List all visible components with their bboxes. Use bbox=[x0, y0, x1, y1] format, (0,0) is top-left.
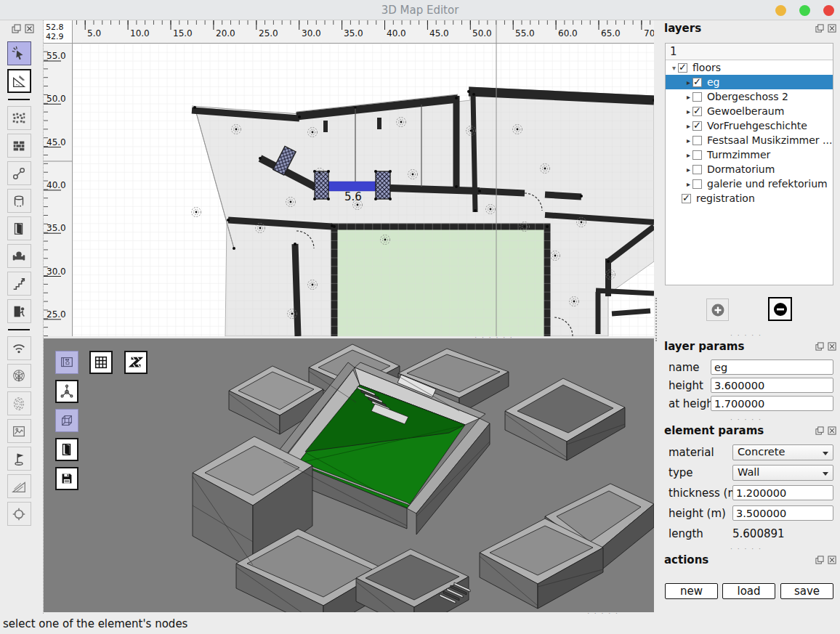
layer-height-field[interactable] bbox=[711, 378, 833, 393]
window-close-button[interactable] bbox=[823, 5, 834, 16]
layer-row-gewoelberaum[interactable]: ▸Gewoelberaum bbox=[666, 104, 833, 118]
expand-arrow-icon[interactable]: ▸ bbox=[684, 78, 692, 86]
select-tool[interactable] bbox=[7, 41, 31, 65]
float-panel-icon[interactable] bbox=[815, 342, 825, 351]
window-maximize-button[interactable] bbox=[799, 5, 810, 16]
entrance-tool[interactable] bbox=[7, 299, 31, 323]
close-panel-icon[interactable] bbox=[828, 342, 837, 351]
image-tool[interactable] bbox=[7, 419, 31, 443]
element-params-controls bbox=[815, 426, 837, 436]
layer-checkbox[interactable] bbox=[678, 63, 687, 73]
layers-tree[interactable]: 1 ▾floors ▸eg ▸Obergeschoss 2 ▸Gewoelber… bbox=[665, 43, 833, 285]
layer-row-obergeschoss-2[interactable]: ▸Obergeschoss 2 bbox=[666, 89, 833, 104]
layer-checkbox[interactable] bbox=[692, 121, 702, 131]
wall-length-label: 5.6 bbox=[344, 190, 362, 203]
layer-row-festsaal[interactable]: ▸Festsaal Musikzimmer ... bbox=[666, 133, 833, 147]
floor-plan-canvas[interactable]: 5.6 bbox=[73, 44, 654, 336]
layer-params-title: layer params bbox=[664, 340, 744, 353]
fingerprint-tool[interactable] bbox=[7, 391, 31, 415]
minus-circle-icon bbox=[773, 302, 788, 317]
load-button[interactable]: load bbox=[722, 583, 775, 599]
layer-checkbox[interactable] bbox=[692, 179, 702, 189]
model-view-3d[interactable] bbox=[44, 338, 654, 614]
layer-row-eg[interactable]: ▸eg bbox=[666, 75, 833, 89]
window-minimize-button[interactable] bbox=[775, 5, 786, 16]
float-dock-icon[interactable] bbox=[12, 24, 21, 33]
svg-text:25.0: 25.0 bbox=[47, 309, 66, 320]
layer-checkbox[interactable] bbox=[692, 150, 702, 160]
layer-name-field[interactable] bbox=[711, 359, 833, 375]
expand-arrow-icon[interactable]: ▸ bbox=[684, 166, 692, 174]
door-view-toggle[interactable] bbox=[55, 438, 78, 461]
close-panel-icon[interactable] bbox=[828, 556, 837, 565]
close-panel-icon[interactable] bbox=[828, 24, 837, 33]
layer-label: galerie und refektorium bbox=[707, 178, 828, 190]
thickness-field[interactable] bbox=[732, 485, 833, 500]
layer-row-turmzimmer[interactable]: ▸Turmzimmer bbox=[666, 147, 833, 162]
texture-tool[interactable] bbox=[7, 106, 31, 130]
new-button[interactable]: new bbox=[665, 583, 718, 599]
layer-row-vorfruehgeschichte[interactable]: ▸VorFruehgeschichte bbox=[666, 118, 833, 133]
cube-icon bbox=[59, 412, 75, 428]
texture-toggle[interactable] bbox=[124, 351, 148, 374]
section-splitter[interactable]: · · · · · bbox=[730, 334, 762, 337]
float-panel-icon[interactable] bbox=[815, 556, 825, 565]
column-tool[interactable] bbox=[7, 189, 31, 213]
expand-arrow-icon[interactable]: ▸ bbox=[684, 137, 692, 145]
section-splitter[interactable]: · · · · · bbox=[730, 548, 762, 550]
material-value: Concrete bbox=[738, 446, 785, 458]
expand-arrow-icon[interactable]: ▸ bbox=[684, 93, 692, 101]
connection-tool[interactable] bbox=[7, 161, 31, 185]
furniture-tool[interactable] bbox=[7, 244, 31, 268]
layer-row-dormatorium[interactable]: ▸Dormatorium bbox=[666, 162, 833, 176]
svg-text:25.0: 25.0 bbox=[259, 28, 278, 38]
close-dock-icon[interactable] bbox=[25, 24, 34, 33]
collapse-arrow-icon[interactable]: ▾ bbox=[670, 64, 678, 72]
layer-checkbox[interactable] bbox=[692, 78, 702, 87]
layer-checkbox[interactable] bbox=[692, 92, 702, 102]
measure-tool[interactable] bbox=[7, 69, 31, 93]
layer-checkbox[interactable] bbox=[692, 136, 702, 145]
actions-title: actions bbox=[664, 553, 708, 566]
wireframe-toggle[interactable] bbox=[55, 409, 78, 432]
layer-at-height-field[interactable] bbox=[711, 396, 833, 411]
material-select[interactable]: Concrete bbox=[732, 444, 833, 460]
svg-text:5.0: 5.0 bbox=[87, 28, 101, 38]
layer-checkbox[interactable] bbox=[692, 107, 702, 116]
expand-arrow-icon[interactable]: ▸ bbox=[684, 107, 692, 115]
element-height-label: height (m) bbox=[669, 507, 726, 520]
ruler-tool[interactable] bbox=[7, 474, 31, 498]
grid-toggle[interactable] bbox=[89, 351, 113, 374]
element-height-field[interactable] bbox=[732, 505, 833, 521]
remove-layer-button[interactable] bbox=[768, 297, 792, 321]
stairs-tool[interactable] bbox=[7, 272, 31, 296]
float-panel-icon[interactable] bbox=[815, 426, 825, 436]
gizmo-toggle[interactable] bbox=[55, 380, 78, 403]
layer-checkbox[interactable] bbox=[682, 194, 691, 203]
save-view-button[interactable] bbox=[55, 467, 78, 490]
layer-row-registration[interactable]: registration bbox=[666, 191, 833, 206]
save-button[interactable]: save bbox=[780, 583, 833, 599]
float-panel-icon[interactable] bbox=[815, 24, 825, 33]
close-panel-icon[interactable] bbox=[828, 426, 837, 436]
section-splitter[interactable]: · · · · · bbox=[730, 418, 762, 421]
layer-row-floors[interactable]: ▾floors bbox=[666, 60, 833, 75]
blueprint-icon bbox=[59, 354, 75, 370]
layer-row-galerie[interactable]: ▸galerie und refektorium bbox=[666, 176, 833, 191]
svg-text:45.0: 45.0 bbox=[429, 28, 449, 38]
target-tool[interactable] bbox=[7, 502, 31, 526]
expand-arrow-icon[interactable]: ▸ bbox=[684, 180, 692, 188]
wall-tool[interactable] bbox=[7, 134, 31, 158]
layer-checkbox[interactable] bbox=[692, 165, 702, 174]
flag-tool[interactable] bbox=[7, 447, 31, 471]
layer-label: VorFruehgeschichte bbox=[707, 120, 807, 131]
type-select[interactable]: Wall bbox=[732, 465, 833, 481]
expand-arrow-icon[interactable]: ▸ bbox=[684, 122, 692, 130]
panel-resize-handle[interactable] bbox=[655, 298, 657, 341]
beacon-tool[interactable] bbox=[7, 364, 31, 388]
door-tool[interactable] bbox=[7, 216, 31, 240]
add-layer-button[interactable] bbox=[706, 298, 729, 321]
wifi-tool[interactable] bbox=[7, 336, 31, 360]
plan-overlay-toggle[interactable] bbox=[55, 351, 78, 374]
expand-arrow-icon[interactable]: ▸ bbox=[684, 151, 692, 159]
